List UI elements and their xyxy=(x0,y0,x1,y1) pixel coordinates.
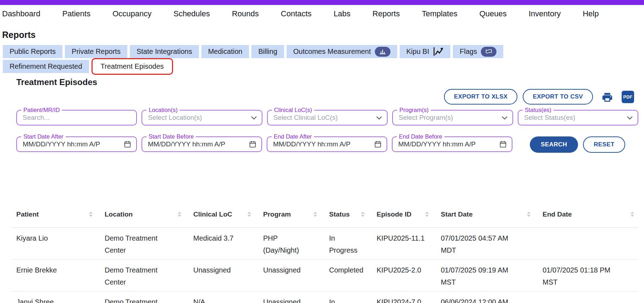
end-date-after-input[interactable]: End Date After MM/DD/YYYY hh:mm A/P xyxy=(267,136,387,152)
search-button[interactable]: SEARCH xyxy=(530,136,578,153)
cell-end-date xyxy=(543,228,638,259)
cell-status: In Progress xyxy=(329,228,377,259)
cell-end-date: 01/07/2025 01:18 PM MST xyxy=(543,260,638,291)
cell-clinical-loc: Medicaid 3.7 xyxy=(193,228,263,259)
nav-schedules[interactable]: Schedules xyxy=(173,9,210,18)
sort-icon[interactable] xyxy=(178,212,181,217)
nav-contacts[interactable]: Contacts xyxy=(281,9,312,18)
tab-state-integrations[interactable]: State Integrations xyxy=(130,45,199,58)
cell-start-date: 06/06/2024 12:00 AM xyxy=(441,292,543,303)
locations-select[interactable]: Location(s) Select Location(s) xyxy=(141,110,262,125)
cell-start-date: 07/01/2025 04:57 AM MDT xyxy=(441,228,543,259)
cell-location: Demo Treatment Center xyxy=(105,260,193,291)
nav-inventory[interactable]: Inventory xyxy=(529,9,561,18)
cell-program: Unassigned xyxy=(263,292,329,303)
calendar-icon[interactable] xyxy=(374,140,382,148)
column-header-status[interactable]: Status xyxy=(329,201,377,228)
cell-program: PHP (Day/Night) xyxy=(263,228,329,259)
table-row[interactable]: Ernie Brekke Demo Treatment Center Unass… xyxy=(12,260,638,292)
chevron-down-icon xyxy=(502,116,507,119)
nav-help[interactable]: Help xyxy=(583,9,599,18)
column-header-end-date[interactable]: End Date xyxy=(543,201,638,228)
start-date-before-input[interactable]: Start Date Before MM/DD/YYYY hh:mm A/P xyxy=(141,136,262,152)
top-accent-bar xyxy=(0,0,644,5)
page-title: Reports xyxy=(2,30,644,40)
cell-end-date xyxy=(543,292,638,303)
cell-program: Unassigned xyxy=(263,260,329,291)
red-annotation-box: Treatment Episodes xyxy=(91,58,173,75)
report-tabs-row-1: Public Reports Private Reports State Int… xyxy=(3,45,644,58)
table-row[interactable]: Kiyara Lio Demo Treatment Center Medicai… xyxy=(12,228,638,260)
calendar-icon[interactable] xyxy=(249,140,256,148)
programs-select[interactable]: Program(s) Select Program(s) xyxy=(392,110,513,125)
statuses-select[interactable]: Status(es) Select Status(es) xyxy=(518,110,638,125)
tab-public-reports[interactable]: Public Reports xyxy=(3,45,62,58)
cell-clinical-loc: N/A xyxy=(193,292,263,303)
clinical-loc-select[interactable]: Clinical LoC(s) Select Clinical LoC(s) xyxy=(267,110,388,125)
cell-clinical-loc: Unassigned xyxy=(193,260,263,291)
cell-location: Demo Treatment Center xyxy=(105,228,193,259)
tab-kipu-bi[interactable]: Kipu BI xyxy=(400,45,450,58)
cell-episode-id: KIPU2024-7.0 xyxy=(377,292,441,303)
cell-patient: Kiyara Lio xyxy=(12,228,105,259)
chevron-down-icon xyxy=(376,116,382,119)
tab-treatment-episodes[interactable]: Treatment Episodes xyxy=(94,60,171,73)
nav-occupancy[interactable]: Occupancy xyxy=(112,9,151,18)
sort-icon[interactable] xyxy=(361,212,365,217)
reset-button[interactable]: RESET xyxy=(583,136,625,153)
column-header-program[interactable]: Program xyxy=(263,201,329,228)
section-title: Treatment Episodes xyxy=(16,77,97,106)
calendar-icon[interactable] xyxy=(499,140,507,148)
sort-icon[interactable] xyxy=(425,212,429,217)
cell-episode-id: KIPU2025-11.1 xyxy=(377,228,441,259)
pdf-export-icon[interactable]: PDF xyxy=(622,91,634,103)
treatment-episodes-table: Patient Location Clinical LoC Program St… xyxy=(12,201,638,303)
column-header-location[interactable]: Location xyxy=(105,201,193,228)
section-header: Treatment Episodes EXPORT TO XLSX EXPORT… xyxy=(16,77,634,106)
table-header-row: Patient Location Clinical LoC Program St… xyxy=(12,201,638,228)
trending-up-icon xyxy=(433,47,444,56)
column-header-start-date[interactable]: Start Date xyxy=(441,201,543,228)
cell-patient: Janvi Shree xyxy=(12,292,105,303)
column-header-patient[interactable]: Patient xyxy=(12,201,105,228)
main-nav: Dashboard Patients Occupancy Schedules R… xyxy=(0,5,644,23)
print-icon[interactable] xyxy=(601,91,614,103)
chevron-down-icon xyxy=(627,116,633,119)
calendar-icon[interactable] xyxy=(124,140,131,148)
tab-flags[interactable]: Flags xyxy=(453,45,503,58)
tab-refinement-requested[interactable]: Refinement Requested xyxy=(3,60,89,73)
filters-row-1: Patient/MR/ID Search... Location(s) Sele… xyxy=(16,110,638,125)
sort-icon[interactable] xyxy=(313,212,317,217)
bar-chart-icon xyxy=(375,47,390,57)
nav-dashboard[interactable]: Dashboard xyxy=(2,9,40,18)
cell-location: Demo Treatment Center xyxy=(105,292,193,303)
tab-private-reports[interactable]: Private Reports xyxy=(65,45,127,58)
nav-labs[interactable]: Labs xyxy=(334,9,351,18)
cell-status: In Progress xyxy=(329,292,377,303)
column-header-clinical-loc[interactable]: Clinical LoC xyxy=(193,201,263,228)
cell-start-date: 01/07/2025 09:19 AM MST xyxy=(441,260,543,291)
sort-icon[interactable] xyxy=(89,212,93,217)
nav-queues[interactable]: Queues xyxy=(479,9,507,18)
table-row[interactable]: Janvi Shree Demo Treatment Center N/A Un… xyxy=(12,292,638,303)
start-date-after-input[interactable]: Start Date After MM/DD/YYYY hh:mm A/P xyxy=(16,136,137,152)
sort-icon[interactable] xyxy=(527,212,531,217)
nav-patients[interactable]: Patients xyxy=(62,9,91,18)
tab-outcomes-measurement[interactable]: Outcomes Measurement xyxy=(287,45,397,58)
tab-billing[interactable]: Billing xyxy=(251,45,284,58)
export-xlsx-button[interactable]: EXPORT TO XLSX xyxy=(444,89,517,105)
export-actions: EXPORT TO XLSX EXPORT TO CSV PDF xyxy=(444,77,634,106)
export-csv-button[interactable]: EXPORT TO CSV xyxy=(523,89,593,105)
end-date-before-input[interactable]: End Date Before MM/DD/YYYY hh:mm A/P xyxy=(392,136,512,152)
sort-icon[interactable] xyxy=(248,212,251,217)
nav-templates[interactable]: Templates xyxy=(422,9,457,18)
nav-reports[interactable]: Reports xyxy=(372,9,400,18)
flag-icon xyxy=(481,47,496,57)
tab-medication[interactable]: Medication xyxy=(201,45,249,58)
column-header-episode-id[interactable]: Episode ID xyxy=(377,201,441,228)
filters-row-2: Start Date After MM/DD/YYYY hh:mm A/P St… xyxy=(16,136,638,153)
nav-rounds[interactable]: Rounds xyxy=(232,9,259,18)
patient-mr-id-input[interactable]: Patient/MR/ID Search... xyxy=(16,110,137,125)
sort-icon[interactable] xyxy=(631,212,634,217)
chevron-down-icon xyxy=(251,116,257,119)
